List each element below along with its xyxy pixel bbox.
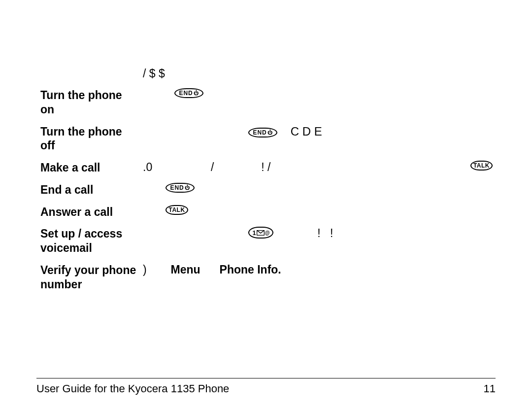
row7-label-cell: Verify your phone number xyxy=(36,259,140,296)
end-call-label: End a call xyxy=(40,183,138,197)
row3-content-cell: .0 / ! / TALK xyxy=(140,157,496,179)
talk-key-icon: TALK xyxy=(470,161,493,171)
talk-key-icon: TALK xyxy=(166,205,188,215)
row1-label-cell: Turn the phone on xyxy=(36,84,140,121)
row3-left-text: .0 xyxy=(143,161,152,173)
row6-mid-text: ! ! xyxy=(317,227,333,240)
cde-text: C D E xyxy=(291,125,322,138)
make-call-label: Make a call xyxy=(40,161,138,175)
voicemail-label: Set up / access voicemail xyxy=(40,227,138,255)
row7-content-cell: ) Menu Phone Info. xyxy=(140,259,496,296)
end-key-icon: END⏻ xyxy=(248,128,277,137)
page-footer: User Guide for the Kyocera 1135 Phone 11 xyxy=(36,378,496,395)
one-key-icon: 1@ xyxy=(248,227,273,239)
paren-text: ) xyxy=(143,263,147,276)
header-text: / $ $ xyxy=(143,67,165,80)
turn-phone-on-label: Turn the phone on xyxy=(40,88,138,117)
row4-content-cell: END⏻ xyxy=(140,179,496,201)
verify-number-label: Verify your phone number xyxy=(40,263,138,292)
row5-content-cell: TALK xyxy=(140,201,496,223)
turn-phone-off-label: Turn the phone off xyxy=(40,125,138,153)
end-key-icon: END⏻ xyxy=(166,183,194,193)
row3-mid-text: / ! / xyxy=(211,161,270,173)
header-col2: / $ $ xyxy=(140,63,496,84)
row2-content-cell: END⏻ C D E xyxy=(140,121,496,157)
answer-call-label: Answer a call xyxy=(40,205,138,219)
header-col1 xyxy=(36,63,140,84)
quick-reference-table: / $ $ Turn the phone on END⏻ Turn the ph… xyxy=(36,63,496,295)
row4-label-cell: End a call xyxy=(36,179,140,201)
row6-label-cell: Set up / access voicemail xyxy=(36,223,140,259)
page-number: 11 xyxy=(484,382,496,395)
row2-label-cell: Turn the phone off xyxy=(36,121,140,157)
row6-content-cell: 1@ ! ! xyxy=(140,223,496,259)
phone-info-text: Phone Info. xyxy=(220,263,281,276)
row5-label-cell: Answer a call xyxy=(36,201,140,223)
row1-content-cell: END⏻ xyxy=(140,84,496,121)
menu-text: Menu xyxy=(171,263,200,276)
footer-title: User Guide for the Kyocera 1135 Phone xyxy=(36,382,229,395)
document-page: / $ $ Turn the phone on END⏻ Turn the ph… xyxy=(0,0,532,411)
row3-label-cell: Make a call xyxy=(36,157,140,179)
end-key-icon: END⏻ xyxy=(174,88,203,98)
